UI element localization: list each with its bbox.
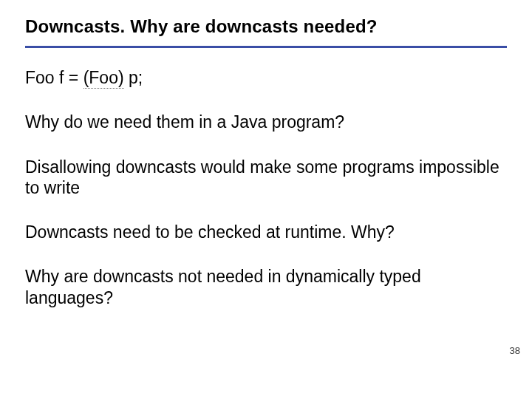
code-pre: Foo f =: [25, 68, 83, 87]
paragraph-3: Downcasts need to be checked at runtime.…: [25, 222, 507, 242]
title-underline: [25, 46, 507, 48]
paragraph-2: Disallowing downcasts would make some pr…: [25, 157, 507, 199]
paragraph-4: Why are downcasts not needed in dynamica…: [25, 266, 507, 308]
title-prefix: Downcasts.: [25, 16, 125, 36]
slide-body: Foo f = (Foo) p; Why do we need them in …: [25, 67, 507, 308]
page-number: 38: [510, 345, 520, 356]
code-cast: (Foo): [83, 68, 124, 89]
title-rest: Why are downcasts needed?: [125, 16, 377, 36]
slide-title: Downcasts. Why are downcasts needed?: [25, 16, 507, 44]
code-post: p;: [124, 68, 143, 87]
slide: Downcasts. Why are downcasts needed? Foo…: [0, 0, 532, 399]
code-line: Foo f = (Foo) p;: [25, 67, 507, 88]
paragraph-1: Why do we need them in a Java program?: [25, 112, 507, 132]
